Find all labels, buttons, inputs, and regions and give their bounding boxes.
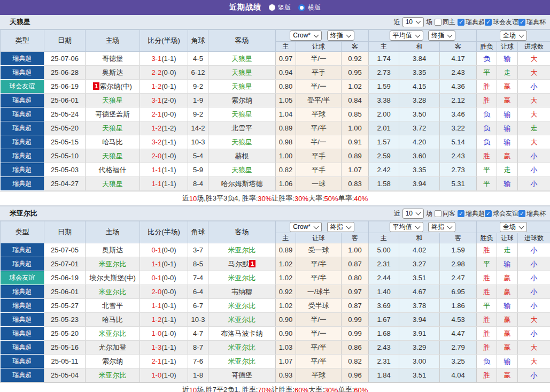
cell-odds-away: 0.99	[342, 313, 369, 327]
odds-time-select[interactable]: 终指	[327, 30, 354, 41]
cell-result: 平	[477, 299, 497, 313]
cell-handicap-result: 输	[497, 299, 518, 313]
match-count-select[interactable]: 10	[402, 209, 424, 219]
cell-odds-away: 0.84	[342, 94, 369, 107]
cell-home-team: 北雪平	[86, 299, 140, 313]
cell-odds-home: 0.98	[276, 135, 296, 149]
radio-horizontal-layout[interactable]: 横版	[298, 3, 321, 12]
cell-odds-home: 1.05	[276, 94, 296, 107]
team-block-2: 米亚尔比 近 10 场 同客 瑞典超球会友谊瑞典杯 类型 日期 主场 比分(半场…	[0, 206, 550, 392]
radio-vertical-label: 竖版	[278, 3, 291, 12]
league-filter-瑞典超[interactable]: 瑞典超	[458, 18, 485, 27]
odds-source-select[interactable]: Crow*	[290, 30, 322, 41]
cell-score: 1-1(1-1)	[140, 163, 188, 177]
cell-handicap-result: 赢	[497, 313, 518, 327]
league-filter-球会友谊[interactable]: 球会友谊	[485, 209, 518, 218]
league-filter-瑞典超[interactable]: 瑞典超	[458, 209, 485, 218]
cell-result: 平	[477, 66, 497, 80]
cell-score: 1-2(1-2)	[140, 121, 188, 135]
cell-odds-away: 1.02	[342, 80, 369, 94]
cell-odds-home: 0.90	[276, 327, 296, 341]
chevron-down-icon	[416, 19, 421, 24]
cell-handicap-result: 赢	[497, 368, 518, 382]
league-filter-瑞典杯[interactable]: 瑞典杯	[518, 18, 546, 27]
cell-score: 1-2(0-1)	[140, 80, 188, 94]
same-away-filter[interactable]: 同客	[435, 209, 455, 218]
avg-source-select[interactable]: 平均值	[390, 30, 423, 41]
cell-avg-home: 1.59	[369, 80, 399, 94]
cell-odds-away: 0.89	[342, 149, 369, 163]
cell-goals-result: 小	[518, 327, 550, 341]
cell-odds-away: 0.92	[342, 52, 369, 66]
cell-odds-home: 0.97	[276, 52, 296, 66]
match-row: 球会友谊25-06-19埃尔夫斯堡(中)0-1(0-0)7-4米亚尔比1.02平…	[1, 271, 550, 285]
avg-source-select[interactable]: 平均值	[390, 222, 423, 232]
cell-away-team: 布洛马波卡纳	[208, 327, 276, 341]
cell-handicap: 平手	[296, 149, 342, 163]
col-avg-away: 客	[440, 233, 477, 243]
cell-avg-draw: 3.94	[399, 313, 440, 327]
topbar: 近期战绩 竖版 横版	[0, 0, 550, 15]
col-away: 客场	[208, 30, 276, 52]
match-count-select[interactable]: 10	[402, 17, 424, 27]
cell-away-team: 米亚尔比	[208, 313, 276, 327]
cell-corners: 6-7	[188, 299, 208, 313]
avg-time-select[interactable]: 终指	[428, 30, 455, 41]
radio-vertical-layout[interactable]: 竖版	[269, 3, 291, 12]
cell-corners: 5-4	[188, 149, 208, 163]
cell-avg-away: 6.95	[440, 285, 477, 299]
col-corners: 角球	[188, 30, 208, 52]
rows-0: 瑞典超25-07-06哥德堡3-1(1-1)4-5天狼星0.97半/一0.921…	[1, 52, 550, 191]
cell-corners: 1-9	[188, 94, 208, 107]
col-handicap-result: 让球	[497, 42, 518, 52]
cell-away-team: 天狼星	[208, 52, 276, 66]
col-result: 胜负	[477, 233, 497, 243]
cell-handicap: 半/一	[296, 313, 342, 327]
cell-avg-draw: 3.51	[399, 368, 440, 382]
cell-corners: 9-2	[188, 107, 208, 121]
cell-goals-result: 走	[518, 121, 550, 135]
checkbox-unchecked-icon	[435, 19, 441, 26]
cell-handicap: 平/半	[296, 257, 342, 271]
same-home-filter[interactable]: 同主	[435, 18, 455, 27]
cell-handicap-result: 走	[497, 243, 518, 257]
cell-competition: 瑞典超	[1, 327, 44, 341]
cell-avg-away: 4.53	[440, 313, 477, 327]
cell-odds-home: 0.82	[276, 163, 296, 177]
avg-time-select[interactable]: 终指	[428, 222, 455, 232]
cell-goals-result: 小	[518, 177, 550, 191]
cell-odds-away: 0.87	[342, 299, 369, 313]
cell-competition: 瑞典超	[1, 163, 44, 177]
col-odds-home: 主	[276, 42, 296, 52]
cell-odds-away: 0.82	[342, 355, 369, 368]
cell-avg-draw: 4.02	[399, 243, 440, 257]
cell-goals-result: 小	[518, 271, 550, 285]
cell-avg-away: 1.59	[440, 243, 477, 257]
cell-away-team: 米亚尔比	[208, 271, 276, 285]
cell-avg-home: 2.00	[369, 107, 399, 121]
chevron-down-icon	[519, 224, 524, 229]
cell-away-team: 索尔纳	[208, 94, 276, 107]
cell-corners: 5-9	[188, 163, 208, 177]
cell-avg-draw: 3.35	[399, 66, 440, 80]
scope-select[interactable]: 全场	[500, 222, 527, 232]
odds-source-select[interactable]: Crow*	[290, 222, 322, 232]
rows-1: 瑞典超25-07-05奥斯达0-1(0-0)3-7米亚尔比0.89受一球1.00…	[1, 243, 550, 382]
cell-date: 25-06-19	[44, 80, 86, 94]
checkbox-checked-icon	[458, 19, 464, 26]
cell-result: 负	[477, 121, 497, 135]
cell-avg-draw: 3.72	[399, 121, 440, 135]
cell-handicap-result: 赢	[497, 94, 518, 107]
cell-avg-away: 2.47	[440, 271, 477, 285]
cell-goals-result: 大	[518, 52, 550, 66]
odds-time-select[interactable]: 终指	[327, 222, 354, 232]
scope-select[interactable]: 全场	[500, 30, 527, 41]
league-filter-瑞典杯[interactable]: 瑞典杯	[518, 209, 546, 218]
cell-avg-home: 2.43	[369, 341, 399, 355]
chevron-down-icon	[346, 32, 351, 37]
league-filter-球会友谊[interactable]: 球会友谊	[485, 18, 518, 27]
cell-avg-draw: 3.84	[399, 52, 440, 66]
cell-home-team: 埃尔夫斯堡(中)	[86, 271, 140, 285]
cell-goals-result: 小	[518, 285, 550, 299]
cell-score: 0-1(0-0)	[140, 243, 188, 257]
